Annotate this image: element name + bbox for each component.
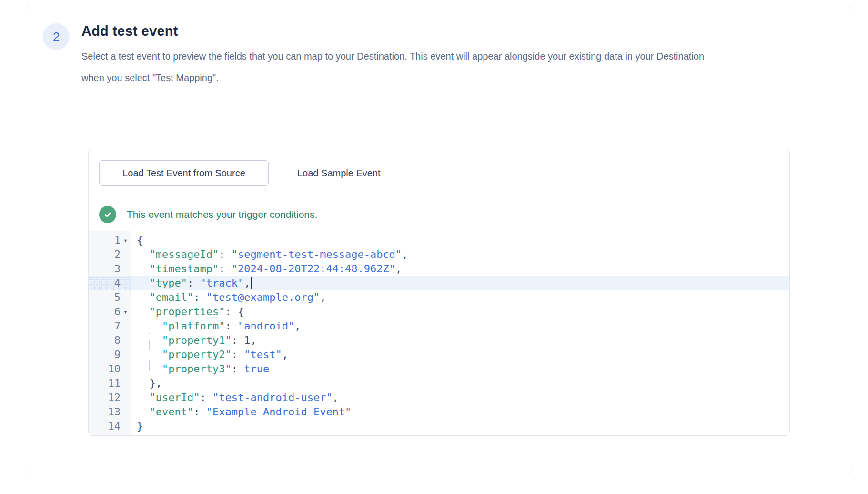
code-line-content: { xyxy=(131,233,789,247)
line-number: 7 xyxy=(89,319,121,333)
code-line-1[interactable]: 1▾{ xyxy=(89,233,789,247)
code-line-9[interactable]: 9 "property2": "test", xyxy=(89,348,789,362)
gutter-cell: 9 xyxy=(89,348,131,362)
token-punc xyxy=(137,320,162,332)
token-key: "property3" xyxy=(162,363,232,375)
step-header: 2 Add test event Select a test event to … xyxy=(26,6,852,89)
code-line-13[interactable]: 13 "event": "Example Android Event" xyxy=(89,405,789,419)
token-key: "platform" xyxy=(162,320,225,332)
token-punc: , xyxy=(333,391,339,403)
fold-spacer xyxy=(121,391,131,405)
code-line-content: "event": "Example Android Event" xyxy=(131,405,789,419)
code-line-10[interactable]: 10 "property3": true xyxy=(89,362,789,376)
token-punc: }, xyxy=(137,377,162,389)
gutter-cell: 5 xyxy=(89,290,131,305)
token-punc: : xyxy=(219,263,232,275)
code-line-8[interactable]: 8 "property1": 1, xyxy=(89,333,789,348)
token-key: "property1" xyxy=(162,334,232,346)
token-punc: { xyxy=(137,234,143,246)
line-number: 5 xyxy=(89,290,121,305)
token-str: "Example Android Event" xyxy=(206,406,352,418)
load-test-event-button[interactable]: Load Test Event from Source xyxy=(99,160,269,186)
code-line-2[interactable]: 2 "messageId": "segment-test-message-abc… xyxy=(89,247,789,262)
token-punc: : xyxy=(193,406,206,418)
token-key: "properties" xyxy=(150,306,225,318)
step-number-badge: 2 xyxy=(43,23,70,50)
token-punc: , xyxy=(250,334,256,346)
token-punc: : xyxy=(193,291,206,303)
code-line-11[interactable]: 11 }, xyxy=(89,376,789,391)
gutter-cell: 7 xyxy=(89,319,131,333)
token-str: "test-android-user" xyxy=(212,391,333,403)
line-number: 3 xyxy=(89,262,121,276)
line-number: 6 xyxy=(89,305,121,319)
token-punc xyxy=(137,306,150,318)
token-punc xyxy=(137,391,150,403)
fold-arrow-icon[interactable]: ▾ xyxy=(121,305,131,319)
line-number: 8 xyxy=(89,333,121,348)
gutter-cell: 1▾ xyxy=(89,233,131,247)
gutter-cell: 12 xyxy=(89,391,131,405)
token-str: "test@example.org" xyxy=(206,291,320,303)
indent-guide xyxy=(149,362,150,376)
trigger-status-row: This event matches your trigger conditio… xyxy=(89,197,789,231)
gutter-cell: 2 xyxy=(89,247,131,262)
json-code-editor[interactable]: 1▾{2 "messageId": "segment-test-message-… xyxy=(89,231,789,436)
event-toolbar: Load Test Event from Source Load Sample … xyxy=(89,149,789,197)
code-line-content: "properties": { xyxy=(131,305,789,319)
code-line-content: "property1": 1, xyxy=(131,333,789,348)
code-line-content: "property2": "test", xyxy=(131,348,789,362)
gutter-cell: 11 xyxy=(89,376,131,391)
code-line-7[interactable]: 7 "platform": "android", xyxy=(89,319,789,333)
header-divider xyxy=(26,113,852,113)
line-number: 9 xyxy=(89,348,121,362)
code-line-content: "timestamp": "2024-08-20T22:44:48.962Z", xyxy=(131,262,789,276)
fold-spacer xyxy=(121,362,131,376)
step-header-text: Add test event Select a test event to pr… xyxy=(81,22,722,89)
token-punc: , xyxy=(282,349,288,360)
gutter-cell: 14 xyxy=(89,419,131,433)
token-str: "2024-08-20T22:44:48.962Z" xyxy=(232,263,395,275)
code-line-content: }, xyxy=(131,376,789,391)
fold-spacer xyxy=(121,405,131,419)
fold-spacer xyxy=(121,419,131,433)
gutter-cell: 13 xyxy=(89,405,131,419)
token-key: "type" xyxy=(150,277,187,289)
line-number: 10 xyxy=(89,362,121,376)
gutter-cell: 3 xyxy=(89,262,131,276)
step-description: Select a test event to preview the field… xyxy=(81,46,722,89)
code-line-content: "email": "test@example.org", xyxy=(131,290,789,305)
gutter-cell: 10 xyxy=(89,362,131,376)
token-key: "messageId" xyxy=(150,248,219,260)
code-line-12[interactable]: 12 "userId": "test-android-user", xyxy=(89,391,789,405)
code-line-5[interactable]: 5 "email": "test@example.org", xyxy=(89,290,789,305)
fold-spacer xyxy=(121,376,131,391)
token-bool: true xyxy=(244,363,269,375)
token-punc: : xyxy=(187,277,200,289)
token-punc: , xyxy=(395,263,402,275)
code-line-content: "platform": "android", xyxy=(131,319,789,333)
code-lines: 1▾{2 "messageId": "segment-test-message-… xyxy=(89,233,789,433)
token-num: 1 xyxy=(244,334,250,346)
test-event-panel: Load Test Event from Source Load Sample … xyxy=(88,149,790,436)
code-line-content: "type": "track", xyxy=(131,276,789,290)
fold-spacer xyxy=(121,348,131,362)
fold-spacer xyxy=(121,247,131,262)
token-str: "android" xyxy=(238,320,294,332)
fold-arrow-icon[interactable]: ▾ xyxy=(121,233,131,247)
token-punc: , xyxy=(320,291,326,303)
token-punc: : xyxy=(225,320,238,332)
fold-spacer xyxy=(121,333,131,348)
token-str: "segment-test-message-abcd" xyxy=(232,248,402,260)
gutter-cell: 4 xyxy=(89,276,131,290)
code-line-6[interactable]: 6▾ "properties": { xyxy=(89,305,789,319)
token-punc xyxy=(137,406,150,418)
code-line-3[interactable]: 3 "timestamp": "2024-08-20T22:44:48.962Z… xyxy=(89,262,789,276)
token-punc: , xyxy=(402,248,408,260)
load-sample-event-button[interactable]: Load Sample Event xyxy=(297,168,381,179)
line-number: 1 xyxy=(89,233,121,247)
code-line-4[interactable]: 4 "type": "track", xyxy=(89,276,789,290)
code-line-14[interactable]: 14} xyxy=(89,419,789,433)
token-punc: : xyxy=(232,363,244,375)
page-title: Add test event xyxy=(81,22,722,40)
